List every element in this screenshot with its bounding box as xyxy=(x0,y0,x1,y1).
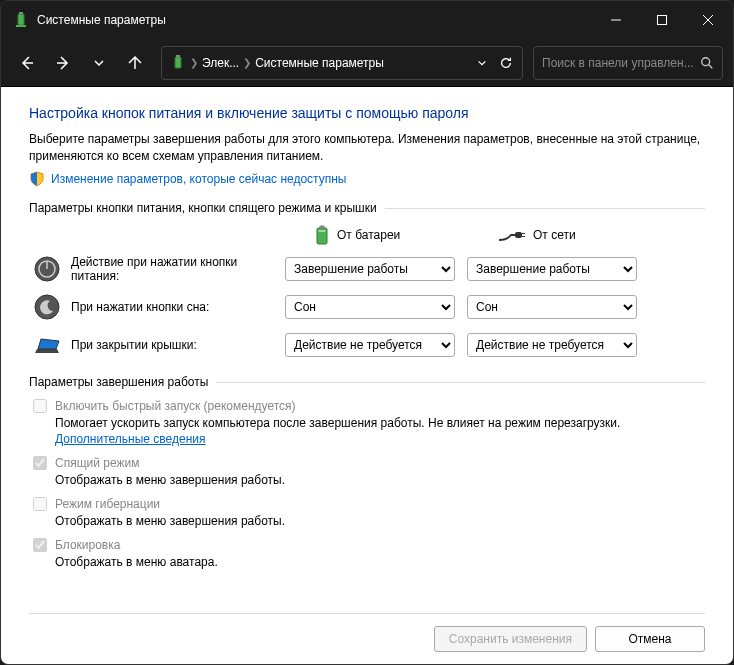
fast-startup-desc: Помогает ускорить запуск компьютера посл… xyxy=(55,415,705,449)
footer: Сохранить изменения Отмена xyxy=(29,613,705,652)
close-button[interactable] xyxy=(685,1,731,39)
lid-mains-select[interactable]: Действие не требуется xyxy=(467,333,637,357)
hibernate-label: Режим гибернации xyxy=(55,497,160,511)
content-area: Настройка кнопок питания и включение защ… xyxy=(1,87,733,665)
more-info-link[interactable]: Дополнительные сведения xyxy=(55,432,205,446)
up-button[interactable] xyxy=(119,47,151,79)
power-icon xyxy=(33,255,61,283)
svg-rect-12 xyxy=(319,230,326,232)
page-description: Выберите параметры завершения работы для… xyxy=(29,131,705,165)
svg-rect-7 xyxy=(176,55,180,57)
lock-desc: Отображать в меню аватара. xyxy=(55,554,705,571)
svg-rect-3 xyxy=(658,16,667,25)
fast-startup-checkbox[interactable] xyxy=(33,399,47,413)
shield-icon xyxy=(29,171,45,187)
svg-rect-11 xyxy=(320,225,325,228)
row-lid-close: При закрытии крышки: xyxy=(33,331,273,359)
sleep-mains-select[interactable]: Сон xyxy=(467,295,637,319)
address-bar[interactable]: ❯ Элек... ❯ Системные параметры xyxy=(161,46,523,80)
search-placeholder: Поиск в панели управлен... xyxy=(542,56,700,70)
window-title: Системные параметры xyxy=(37,13,593,27)
maximize-button[interactable] xyxy=(639,1,685,39)
moon-icon xyxy=(33,293,61,321)
sleep-checkbox[interactable] xyxy=(33,456,47,470)
address-dropdown[interactable] xyxy=(470,47,494,79)
power-battery-select[interactable]: Завершение работы xyxy=(285,257,455,281)
hibernate-checkbox[interactable] xyxy=(33,497,47,511)
lock-label: Блокировка xyxy=(55,538,120,552)
chevron-right-icon: ❯ xyxy=(243,57,251,68)
breadcrumb-item[interactable]: Элек... xyxy=(198,56,243,70)
power-mains-select[interactable]: Завершение работы xyxy=(467,257,637,281)
hibernate-desc: Отображать в меню завершения работы. xyxy=(55,513,705,530)
svg-rect-1 xyxy=(19,12,23,14)
lock-checkbox[interactable] xyxy=(33,538,47,552)
refresh-button[interactable] xyxy=(494,47,518,79)
battery-icon xyxy=(315,225,329,245)
recent-dropdown[interactable] xyxy=(83,47,115,79)
svg-rect-0 xyxy=(18,14,24,25)
svg-line-9 xyxy=(709,64,713,68)
titlebar: Системные параметры xyxy=(1,1,733,39)
forward-button[interactable] xyxy=(47,47,79,79)
search-input[interactable]: Поиск в панели управлен... xyxy=(533,46,723,80)
search-icon xyxy=(700,56,714,70)
sleep-label: Спящий режим xyxy=(55,456,139,470)
chevron-right-icon: ❯ xyxy=(190,57,198,68)
svg-rect-13 xyxy=(515,232,522,238)
app-icon xyxy=(13,12,29,28)
lid-battery-select[interactable]: Действие не требуется xyxy=(285,333,455,357)
laptop-icon xyxy=(33,331,61,359)
change-settings-link[interactable]: Изменение параметров, которые сейчас нед… xyxy=(51,172,347,186)
cancel-button[interactable]: Отмена xyxy=(595,626,705,652)
page-heading: Настройка кнопок питания и включение защ… xyxy=(29,105,705,121)
navbar: ❯ Элек... ❯ Системные параметры Поиск в … xyxy=(1,39,733,87)
column-battery: От батареи xyxy=(285,225,455,245)
section-shutdown-params: Параметры завершения работы xyxy=(29,375,705,389)
column-mains: От сети xyxy=(467,228,637,242)
save-button[interactable]: Сохранить изменения xyxy=(434,626,587,652)
plug-icon xyxy=(497,228,525,242)
svg-rect-6 xyxy=(175,57,181,68)
address-icon xyxy=(170,55,186,71)
row-power-button: Действие при нажатии кнопки питания: xyxy=(33,255,273,283)
sleep-battery-select[interactable]: Сон xyxy=(285,295,455,319)
minimize-button[interactable] xyxy=(593,1,639,39)
sleep-desc: Отображать в меню завершения работы. xyxy=(55,472,705,489)
section-power-buttons: Параметры кнопки питания, кнопки спящего… xyxy=(29,201,705,215)
fast-startup-label: Включить быстрый запуск (рекомендуется) xyxy=(55,399,296,413)
svg-point-8 xyxy=(702,57,710,65)
back-button[interactable] xyxy=(11,47,43,79)
breadcrumb-item[interactable]: Системные параметры xyxy=(251,56,388,70)
row-sleep-button: При нажатии кнопки сна: xyxy=(33,293,273,321)
